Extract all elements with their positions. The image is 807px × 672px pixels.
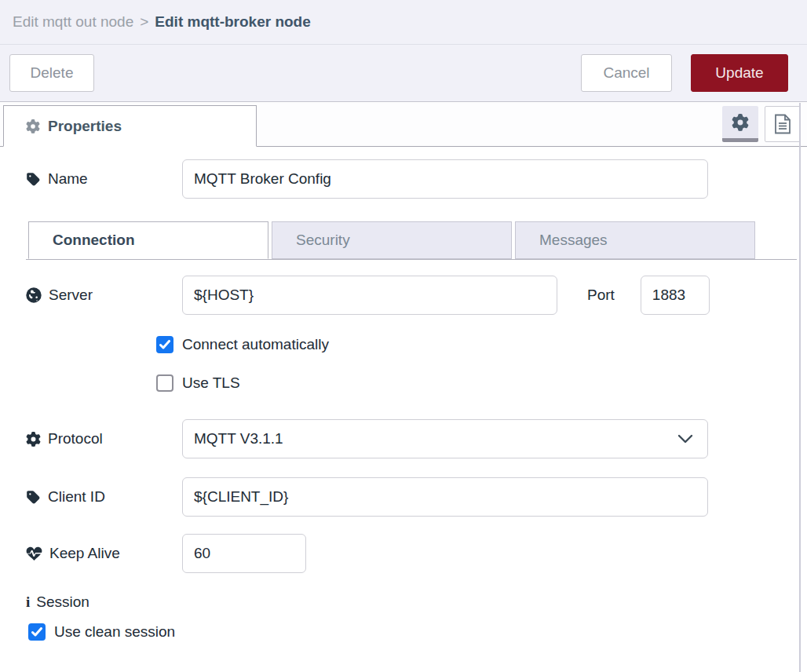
client-id-label: Client ID [26,488,182,506]
protocol-select-value: MQTT V3.1.1 [194,430,283,447]
document-icon [773,114,792,134]
use-tls-checkbox-row[interactable]: Use TLS [26,374,807,392]
port-label: Port [587,287,615,304]
client-id-row: Client ID [26,477,807,517]
broker-section-tabs: Connection Security Messages [26,221,797,260]
editor-tab-row: Properties [0,102,807,147]
chevron-down-icon [677,430,693,447]
documentation-button[interactable] [765,106,801,142]
client-id-input[interactable] [182,477,708,517]
node-config-form: Name Connection Security Messages Server [0,147,807,641]
protocol-select[interactable]: MQTT V3.1.1 [182,419,708,458]
protocol-row: Protocol MQTT V3.1.1 [26,419,807,458]
dialog-button-bar: Delete Cancel Update [0,45,807,102]
info-icon: i [26,593,30,611]
gear-icon [26,119,40,133]
keep-alive-row: Keep Alive [26,534,807,573]
breadcrumb-separator: > [140,13,148,31]
name-input[interactable] [182,159,708,199]
port-input[interactable] [641,276,710,315]
connect-automatically-checkbox-row[interactable]: Connect automatically [26,336,807,353]
connect-automatically-checkbox[interactable] [156,336,173,353]
server-input[interactable] [182,276,557,315]
clean-session-label: Use clean session [54,623,175,641]
name-row: Name [26,159,807,199]
server-row: Server Port [26,276,807,315]
connect-automatically-label: Connect automatically [182,336,329,353]
server-label: Server [26,287,182,304]
cancel-button[interactable]: Cancel [581,54,672,92]
tab-security[interactable]: Security [272,221,512,259]
breadcrumb-current: Edit mqtt-broker node [155,13,310,31]
heartbeat-icon [26,546,42,561]
tab-messages[interactable]: Messages [515,221,755,259]
name-label: Name [26,170,182,188]
session-section-label: i Session [26,593,807,611]
check-icon [159,340,170,349]
breadcrumb-parent[interactable]: Edit mqtt out node [13,13,133,31]
keep-alive-input[interactable] [182,534,306,573]
gear-icon [732,114,749,131]
dialog-header: Edit mqtt out node > Edit mqtt-broker no… [0,0,807,45]
tab-connection[interactable]: Connection [28,221,268,259]
update-button[interactable]: Update [691,54,788,92]
tab-properties-label: Properties [48,118,122,135]
gear-icon [26,432,41,447]
delete-button[interactable]: Delete [9,54,94,92]
scrollbar-track[interactable] [799,103,801,672]
tag-icon [26,490,41,505]
check-icon [31,627,42,637]
keep-alive-label: Keep Alive [26,545,182,562]
edit-mqtt-broker-dialog: Edit mqtt out node > Edit mqtt-broker no… [0,0,807,672]
clean-session-checkbox[interactable] [28,623,46,641]
use-tls-label: Use TLS [182,374,240,392]
properties-gear-button[interactable] [722,106,758,142]
use-tls-checkbox[interactable] [156,374,173,392]
tag-icon [26,172,41,187]
clean-session-checkbox-row[interactable]: Use clean session [26,623,807,641]
protocol-label: Protocol [26,430,182,447]
editor-icon-buttons [722,106,801,142]
globe-icon [26,287,42,303]
tab-properties[interactable]: Properties [3,105,257,147]
